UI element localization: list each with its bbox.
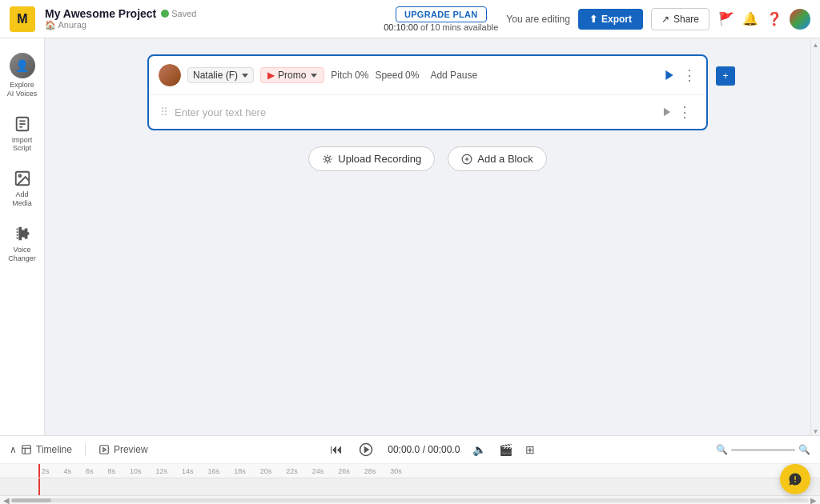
ruler-6s: 6s: [86, 467, 108, 475]
share-icon: ↗: [661, 14, 669, 25]
timeline-track: [0, 478, 820, 496]
ruler-2s: 2s: [0, 467, 64, 475]
ruler-10s: 10s: [130, 467, 156, 475]
main-layout: 👤 Explore AI Voices Import Script Add Me…: [0, 38, 820, 435]
speed-control[interactable]: Speed 0%: [375, 70, 419, 81]
voice-changer-icon: [13, 224, 32, 243]
sidebar-avatar: 👤: [10, 53, 35, 78]
sidebar-item-explore-voices-label: Explore AI Voices: [6, 81, 38, 98]
preview-tab[interactable]: Preview: [98, 444, 148, 455]
ruler-26s: 26s: [338, 467, 364, 475]
header-right: UPGRADE PLAN 00:10:00 of 10 mins availab…: [384, 6, 810, 32]
skip-back-button[interactable]: ⏮: [328, 441, 344, 458]
blue-side-button[interactable]: +: [716, 66, 735, 86]
text-play-button[interactable]: [661, 106, 673, 118]
saved-badge: Saved: [161, 9, 196, 18]
header-icons: 🚩 🔔 ❓: [718, 9, 810, 30]
play-pause-button[interactable]: [357, 441, 375, 458]
zoom-slider[interactable]: [731, 449, 795, 451]
zoom-in-icon[interactable]: 🔍: [798, 444, 810, 455]
sidebar-item-voice-changer-label: Voice Changer: [6, 246, 38, 263]
svg-marker-6: [665, 70, 673, 80]
svg-point-8: [326, 157, 330, 161]
saved-icon: [161, 10, 169, 18]
ruler-22s: 22s: [286, 467, 312, 475]
voice-selector-chevron: [242, 74, 248, 78]
time-label: of 10 mins available: [420, 22, 498, 32]
text-more-button[interactable]: ⋮: [677, 103, 692, 121]
scroll-right-arrow[interactable]: ▶: [810, 496, 817, 505]
flag-icon[interactable]: 🚩: [718, 10, 735, 28]
header-title-area: My Awesome Project Saved 🏠 Anurag: [45, 7, 374, 30]
svg-marker-18: [365, 447, 369, 452]
grid-button[interactable]: ⊞: [525, 443, 535, 456]
export-button[interactable]: ⬆ Export: [578, 9, 643, 30]
block-more-button[interactable]: ⋮: [682, 66, 697, 84]
project-name-row: My Awesome Project Saved: [45, 7, 374, 20]
upload-recording-label: Upload Recording: [338, 153, 421, 165]
ruler-20s: 20s: [260, 467, 287, 475]
share-button[interactable]: ↗ Share: [651, 8, 709, 30]
upgrade-button[interactable]: UPGRADE PLAN: [396, 6, 487, 22]
project-name: My Awesome Project: [45, 7, 156, 20]
add-block-button[interactable]: Add a Block: [448, 146, 546, 171]
time-total: 00:00.0: [428, 444, 460, 455]
timeline-ruler: 2s 4s 6s 8s 10s 12s 14s 16s 18s 20s 22s …: [0, 464, 820, 478]
chat-bubble-button[interactable]: [780, 464, 810, 494]
import-script-icon: [13, 114, 32, 134]
track-playhead: [38, 478, 40, 495]
breadcrumb-text: Anurag: [58, 20, 86, 30]
timeline-scrollbar: ◀ ▶: [0, 496, 820, 504]
time-current: 00:00.0: [388, 444, 420, 455]
ruler-14s: 14s: [182, 467, 208, 475]
sidebar-item-voice-changer[interactable]: Voice Changer: [3, 218, 42, 270]
app-header: M My Awesome Project Saved 🏠 Anurag UPGR…: [0, 0, 820, 38]
ruler-24s: 24s: [312, 467, 339, 475]
share-label: Share: [673, 14, 699, 25]
block-text-area: ⠿ Enter your text here ⋮: [149, 95, 706, 129]
style-label: Promo: [278, 70, 306, 81]
add-pause-button[interactable]: Add Pause: [425, 68, 482, 82]
style-selector[interactable]: ▶ Promo: [260, 67, 324, 83]
style-chevron: [311, 74, 317, 78]
camera-button[interactable]: 🎬: [499, 443, 512, 456]
voice-avatar: [159, 64, 181, 86]
user-avatar[interactable]: [790, 9, 810, 30]
bell-icon[interactable]: 🔔: [742, 10, 759, 28]
svg-marker-7: [664, 108, 670, 117]
app-logo: M: [10, 6, 35, 32]
text-input[interactable]: Enter your text here: [175, 106, 655, 118]
svg-marker-16: [103, 448, 107, 452]
pitch-label: Pitch: [331, 70, 352, 81]
timeline-controls: ∧ Timeline Preview ⏮ 00:00.0 / 00:00.0 🔈…: [0, 436, 820, 464]
ruler-16s: 16s: [208, 467, 235, 475]
pitch-value: 0%: [355, 70, 368, 81]
pitch-control[interactable]: Pitch 0%: [331, 70, 368, 81]
timeline-tab-label: Timeline: [36, 444, 72, 455]
svg-rect-15: [100, 446, 109, 454]
volume-button[interactable]: 🔈: [472, 443, 486, 456]
help-icon[interactable]: ❓: [766, 10, 783, 28]
add-block-label: Add a Block: [477, 153, 533, 165]
timeline-bar: ∧ Timeline Preview ⏮ 00:00.0 / 00:00.0 🔈…: [0, 435, 820, 504]
timeline-tab[interactable]: ∧ Timeline: [10, 444, 72, 455]
scroll-left-arrow[interactable]: ◀: [3, 496, 10, 505]
zoom-area: 🔍 🔍: [716, 444, 810, 455]
scroll-track[interactable]: [11, 498, 809, 502]
voice-selector[interactable]: Natalie (F): [187, 67, 254, 83]
sidebar-item-add-media[interactable]: Add Media: [3, 162, 42, 214]
zoom-out-icon[interactable]: 🔍: [716, 444, 728, 455]
script-block: Natalie (F) ▶ Promo Pitch 0% Speed 0% Ad…: [147, 54, 708, 130]
content-area: Natalie (F) ▶ Promo Pitch 0% Speed 0% Ad…: [45, 38, 810, 435]
sidebar-item-import-script[interactable]: Import Script: [3, 108, 42, 160]
export-icon: ⬆: [589, 14, 597, 25]
sidebar-item-explore-voices[interactable]: 👤 Explore AI Voices: [3, 46, 42, 105]
block-play-button[interactable]: [663, 69, 676, 82]
block-text-actions: ⋮: [661, 103, 695, 121]
divider: [85, 443, 86, 456]
breadcrumb: 🏠 Anurag: [45, 20, 374, 30]
preview-tab-label: Preview: [114, 444, 148, 455]
right-scrollbar: ▲ ▼: [810, 38, 820, 435]
voice-name: Natalie (F): [193, 70, 238, 81]
upload-recording-button[interactable]: Upload Recording: [308, 146, 435, 171]
